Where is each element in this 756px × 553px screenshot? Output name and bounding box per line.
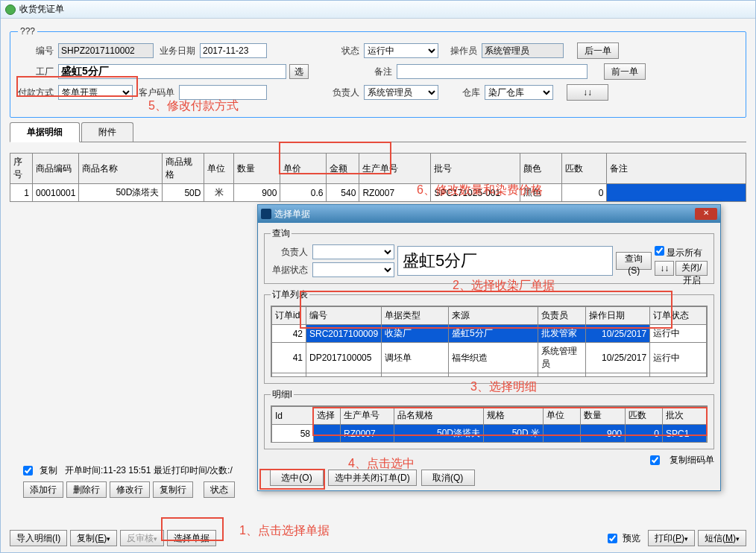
orders-grid[interactable]: 订单id 编号 单据类型 来源 负责员 操作日期 订单状态 42 SRC2017… (271, 306, 707, 377)
col-qty: 数量 (234, 154, 280, 184)
bizdate-input[interactable] (200, 43, 267, 58)
col-code: 商品编码 (33, 154, 79, 184)
col-color: 颜色 (520, 154, 562, 184)
close-icon[interactable]: ✕ (695, 208, 717, 220)
select-factory-button[interactable]: 选 (289, 64, 309, 79)
dlg-manager-combo[interactable] (312, 244, 394, 259)
col-prod: 生产单号 (359, 154, 431, 184)
dlg-search-input[interactable] (397, 246, 613, 276)
select-doc-dialog: 选择单据 ✕ 查询 负责人 单据状态 (257, 204, 721, 491)
copy-detail-label: 复制细码单 (670, 454, 714, 467)
select-close-button[interactable]: 选中并关闭订单(D) (328, 470, 417, 486)
label-warehouse: 仓库 (462, 86, 480, 99)
label-operator: 操作员 (450, 45, 477, 57)
copy-detail-checkbox[interactable] (650, 455, 660, 465)
state-button[interactable]: 状态 (204, 481, 235, 498)
dlg-status-combo[interactable] (312, 262, 394, 277)
query-legend: 查询 (271, 227, 292, 240)
form-legend: ??? (18, 26, 37, 37)
del-row-button[interactable]: 删除行 (66, 481, 107, 498)
dlg-detail-grid[interactable]: Id 选择 生产单号 品名规格 规格 单位 数量 匹数 批次 (271, 406, 707, 443)
dialog-titlebar: 选择单据 ✕ (258, 205, 720, 223)
orders-fieldset: 订单列表 订单id 编号 单据类型 来源 负责员 操作日期 订单状态 (264, 288, 714, 384)
col-amount: 金额 (327, 154, 359, 184)
window-title: 收货凭证单 (19, 3, 64, 16)
label-manager: 负责人 (292, 86, 359, 99)
sms-button[interactable]: 短信(M)▾ (698, 530, 746, 546)
dialog-title: 选择单据 (274, 208, 310, 221)
preview-label: 预览 (623, 532, 640, 545)
label-remark: 备注 (334, 66, 392, 78)
tab-detail[interactable]: 单据明细 (10, 122, 80, 142)
paymethod-combo[interactable]: 签单开票 (58, 85, 133, 100)
dlg-detail-fieldset: 明细l Id 选择 生产单号 品名规格 规格 单位 数量 匹数 批次 (264, 388, 714, 449)
select-doc-button[interactable]: 选择单据 (167, 530, 216, 546)
label-status: 状态 (292, 45, 359, 57)
add-row-button[interactable]: 添加行 (23, 481, 63, 498)
copy-row-button[interactable]: 复制行 (153, 481, 193, 498)
arrows-button[interactable]: ↓↓ (567, 84, 608, 101)
import-detail-button[interactable]: 导入明细(I) (10, 530, 67, 546)
header-form: ??? 编号 业务日期 状态 运行中 操作员 后一单 工厂 选 备注 前一单 (10, 26, 746, 118)
dlg-query-button[interactable]: 查询(S) (616, 252, 652, 270)
label-dlg-manager: 负责人 (271, 246, 308, 259)
show-all-checkbox[interactable] (655, 246, 664, 256)
col-spec: 商品规格 (163, 154, 204, 184)
dlg-arrows-button[interactable]: ↓↓ (655, 261, 674, 276)
table-row[interactable]: 33 SRC2017100008 收染厂 盛虹5分厂 批发管家 10/20/20… (272, 373, 707, 378)
factory-input[interactable] (58, 64, 286, 79)
copy-label: 复制 (40, 464, 57, 477)
query-fieldset: 查询 负责人 单据状态 查询(S) (264, 227, 714, 284)
close-open-button[interactable]: 关闭/开启 (675, 261, 708, 276)
serial-input (58, 43, 154, 58)
unaudit-button[interactable]: 反审核▾ (120, 530, 164, 546)
table-row[interactable]: 1 00010001 50D涤塔夫 50D 米 900 0.6 540 RZ00… (10, 184, 746, 202)
dialog-icon (261, 209, 271, 219)
app-icon (5, 4, 16, 15)
mod-row-button[interactable]: 修改行 (110, 481, 150, 498)
prev-button[interactable]: 前一单 (604, 63, 646, 80)
table-row[interactable]: 42 SRC2017100009 收染厂 盛虹5分厂 批发管家 10/25/20… (272, 325, 707, 343)
col-seq: 序号 (10, 154, 33, 184)
status-combo[interactable]: 运行中 (364, 43, 438, 58)
dlg-detail-legend: 明细l (271, 388, 294, 401)
col-name: 商品名称 (79, 154, 163, 184)
manager-combo[interactable]: 系统管理员 (364, 85, 438, 100)
col-unit: 单位 (204, 154, 234, 184)
col-remark: 备注 (607, 154, 746, 184)
print-button[interactable]: 打印(P)▾ (648, 530, 695, 546)
label-custdoc: 客户码单 (139, 86, 174, 99)
table-row[interactable]: 58 RZ0007 50D涤塔夫 50D 米 900 0 SPC1 (272, 425, 707, 443)
custdoc-input[interactable] (179, 85, 267, 100)
label-dlg-status: 单据状态 (271, 264, 308, 276)
open-time-label: 开单时间:11-23 15:51 最近打印时间/次数:/ (65, 464, 233, 477)
warehouse-combo[interactable]: 染厂仓库 (485, 85, 553, 100)
tab-attach[interactable]: 附件 (81, 122, 133, 142)
copy-button[interactable]: 复制(E)▾ (70, 530, 117, 546)
col-price: 单价 (280, 154, 327, 184)
col-batch: 批号 (431, 154, 520, 184)
confirm-select-button[interactable]: 选中(O) (270, 470, 324, 486)
show-all-label: 显示所有 (667, 247, 702, 258)
label-bizdate: 业务日期 (160, 45, 195, 57)
col-pcs: 匹数 (562, 154, 607, 184)
detail-grid[interactable]: 序号 商品编码 商品名称 商品规格 单位 数量 单价 金额 生产单号 批号 颜色… (10, 153, 746, 202)
next-button[interactable]: 后一单 (577, 42, 619, 59)
label-serial: 编号 (18, 45, 54, 57)
title-bar: 收货凭证单 (1, 1, 755, 19)
cancel-button[interactable]: 取消(Q) (421, 470, 475, 486)
label-paymethod: 付款方式 (18, 86, 54, 99)
label-factory: 工厂 (18, 66, 54, 78)
preview-checkbox[interactable] (608, 534, 617, 543)
remark-input[interactable] (397, 64, 588, 79)
orders-legend: 订单列表 (271, 288, 309, 301)
copy-checkbox[interactable] (23, 466, 33, 475)
table-row[interactable]: 41 DP2017100005 调坯单 福华织造 系统管理员 10/25/201… (272, 343, 707, 373)
tabs: 单据明细 附件 (10, 122, 746, 142)
operator-input (482, 43, 564, 58)
